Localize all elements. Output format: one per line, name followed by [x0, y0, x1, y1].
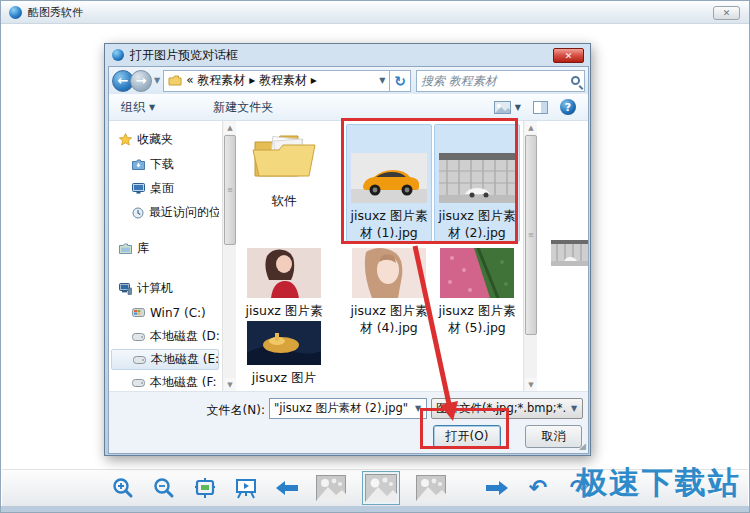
- nav-history-dropdown-icon[interactable]: ▼: [154, 76, 160, 85]
- windows-drive-icon: [132, 308, 145, 317]
- app-titlebar: 酷图秀软件: [1, 1, 749, 24]
- search-icon[interactable]: [571, 76, 580, 85]
- file-list-scrollbar[interactable]: ▲ ≡ ▼: [523, 121, 537, 391]
- monitor-icon: [132, 183, 145, 194]
- file-tile-4[interactable]: jisuxz 图片素材 (4).jpg: [346, 244, 432, 336]
- chevron-down-icon[interactable]: ▼: [566, 404, 582, 413]
- scroll-up-icon[interactable]: ▲: [224, 121, 236, 134]
- sidebar-item-downloads[interactable]: 下载: [111, 154, 219, 175]
- views-icon: [494, 101, 511, 114]
- address-bar: ← → ▼ « 教程素材 ▸ 教程素材 ▸ ▼ ↻: [109, 67, 588, 94]
- undo-button[interactable]: ↶: [525, 475, 551, 501]
- sidebar-item-drive-d[interactable]: 本地磁盘 (D:: [111, 326, 219, 347]
- sidebar-item-libraries[interactable]: 库: [111, 238, 219, 259]
- help-icon[interactable]: ?: [560, 99, 576, 115]
- file-label: jisuxz 图片: [242, 369, 326, 386]
- image-mode-icon: [416, 475, 446, 501]
- file-label: 软件: [242, 192, 326, 209]
- filename-value: "jisuxz 图片素材 (2).jpg" "jisuxz: [270, 401, 410, 416]
- file-label: jisuxz 图片素材 (1).jpg: [347, 207, 431, 241]
- thumbnail-flower-field: [440, 248, 514, 298]
- arrow-left-icon: [275, 480, 299, 496]
- sidebar-item-computer[interactable]: 计算机: [111, 278, 219, 299]
- command-bar: 组织▼ 新建文件夹 ▼ ?: [109, 94, 588, 121]
- thumbnail-orange-car: [351, 153, 427, 203]
- thumbnail-woman-red-dress: [247, 248, 321, 298]
- folder-icon: [251, 130, 317, 188]
- image-mode-icon: [316, 475, 346, 501]
- slideshow-button[interactable]: [233, 475, 259, 501]
- dialog-titlebar[interactable]: 打开图片预览对话框: [105, 44, 590, 66]
- app-window: 酷图秀软件 ✕ 打开图片预览对话框 ✕ ← → ▼ « 教程素材 ▸ 教程素材 …: [0, 0, 750, 513]
- zoom-out-button[interactable]: [151, 475, 177, 501]
- dialog-close-button[interactable]: ✕: [553, 48, 584, 63]
- dialog-icon: [112, 49, 124, 61]
- preview-pane-icon[interactable]: [533, 101, 548, 114]
- search-box[interactable]: [416, 70, 585, 92]
- file-tile-6[interactable]: jisuxz 图片: [241, 321, 327, 386]
- breadcrumb-dropdown-icon[interactable]: ▼: [379, 76, 385, 85]
- app-close-button[interactable]: ✕: [713, 6, 740, 20]
- app-title: 酷图秀软件: [28, 5, 83, 20]
- open-file-dialog: 打开图片预览对话框 ✕ ← → ▼ « 教程素材 ▸ 教程素材 ▸ ▼ ↻: [104, 43, 591, 456]
- sidebar-item-drive-c[interactable]: Win7 (C:): [111, 302, 219, 323]
- resize-grip[interactable]: ◢: [579, 441, 586, 451]
- scroll-down-icon[interactable]: ▼: [224, 378, 236, 391]
- chevron-down-icon[interactable]: ▼: [410, 404, 426, 413]
- sidebar-item-desktop[interactable]: 桌面: [111, 178, 219, 199]
- organize-button[interactable]: 组织▼: [121, 99, 155, 116]
- sidebar-item-recent-places[interactable]: 最近访问的位: [111, 202, 219, 223]
- filetype-combobox[interactable]: 图片文件(*.jpg;*.bmp;*.ico;*.p ▼: [431, 398, 583, 419]
- sidebar-scrollbar[interactable]: ▲ ≡ ▼: [222, 121, 236, 391]
- fit-screen-icon: [193, 477, 217, 499]
- file-tile-folder[interactable]: 软件: [241, 124, 327, 242]
- preview-thumbnail: [551, 240, 588, 266]
- file-tile-5[interactable]: jisuxz 图片素材 (5).jpg: [434, 244, 520, 336]
- dialog-client: ← → ▼ « 教程素材 ▸ 教程素材 ▸ ▼ ↻ 组织▼: [108, 66, 589, 454]
- file-tile-2[interactable]: jisuxz 图片素材 (2).jpg: [434, 124, 520, 242]
- zoom-in-button[interactable]: [110, 475, 136, 501]
- scroll-down-icon[interactable]: ▼: [525, 378, 537, 391]
- filename-combobox[interactable]: "jisuxz 图片素材 (2).jpg" "jisuxz ▼: [269, 398, 427, 419]
- undo-icon: ↶: [529, 477, 547, 499]
- file-tile-1[interactable]: jisuxz 图片素材 (1).jpg: [346, 124, 432, 242]
- sidebar-item-favorites[interactable]: 收藏夹: [111, 129, 219, 150]
- breadcrumb[interactable]: « 教程素材 ▸ 教程素材 ▸ ▼: [163, 70, 390, 92]
- image-mode-2-button[interactable]: [362, 471, 400, 505]
- forward-button[interactable]: →: [130, 70, 152, 92]
- computer-icon: [119, 283, 132, 295]
- cancel-button[interactable]: 取消: [525, 425, 582, 448]
- sidebar-item-drive-e[interactable]: 本地磁盘 (E:: [111, 349, 219, 370]
- chevron-down-icon: ▼: [149, 103, 155, 112]
- next-image-button[interactable]: [484, 475, 510, 501]
- scrollbar-thumb[interactable]: ≡: [224, 135, 236, 245]
- arrow-right-icon: [485, 480, 509, 496]
- previous-image-button[interactable]: [274, 475, 300, 501]
- scrollbar-thumb[interactable]: ≡: [525, 135, 537, 335]
- scroll-up-icon[interactable]: ▲: [525, 121, 537, 134]
- sidebar-item-drive-f[interactable]: 本地磁盘 (F:: [111, 372, 219, 391]
- thumbnail-woman-portrait: [352, 248, 426, 298]
- image-mode-1-button[interactable]: [315, 474, 347, 502]
- file-browser: 收藏夹 下载 桌面 最近访问的位 库: [109, 121, 588, 391]
- filetype-value: 图片文件(*.jpg;*.bmp;*.ico;*.p: [432, 401, 566, 416]
- preview-pane: [538, 121, 588, 391]
- search-input[interactable]: [421, 74, 571, 88]
- star-icon: [119, 133, 132, 146]
- dialog-footer: 文件名(N): "jisuxz 图片素材 (2).jpg" "jisuxz ▼ …: [109, 391, 588, 453]
- thumbnail-building-car: [439, 153, 515, 203]
- image-mode-icon-selected: [365, 474, 397, 502]
- image-mode-3-button[interactable]: [415, 474, 447, 502]
- fit-screen-button[interactable]: [192, 475, 218, 501]
- file-label: jisuxz 图片素材 (5).jpg: [435, 302, 519, 336]
- new-folder-button[interactable]: 新建文件夹: [213, 99, 273, 116]
- app-icon: [9, 6, 22, 19]
- views-button[interactable]: ▼: [494, 101, 521, 114]
- file-label: jisuxz 图片素材 (2).jpg: [435, 207, 519, 241]
- folder-icon: [168, 75, 182, 86]
- open-button[interactable]: 打开(O): [433, 425, 501, 448]
- file-label: jisuxz 图片素材 (4).jpg: [347, 302, 431, 336]
- library-icon: [119, 243, 132, 254]
- watermark: 极速下载站: [576, 462, 741, 504]
- refresh-button[interactable]: ↻: [390, 70, 411, 92]
